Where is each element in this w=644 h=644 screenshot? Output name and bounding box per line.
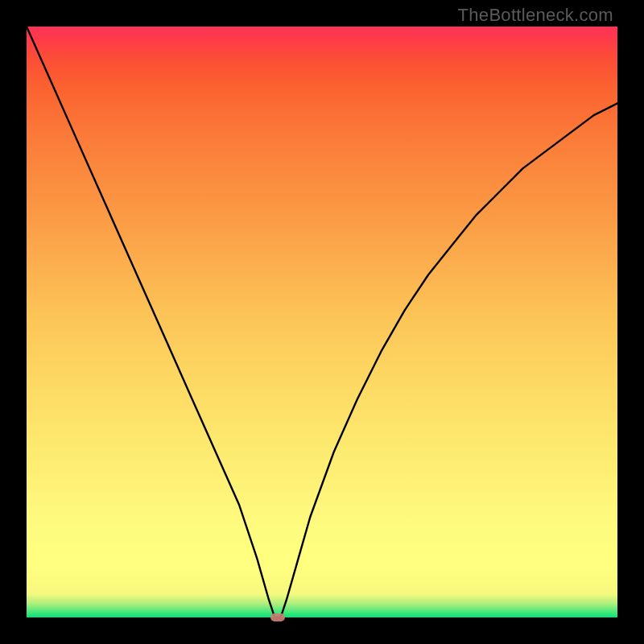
marker-dot bbox=[270, 613, 285, 621]
plot-area bbox=[27, 27, 617, 617]
chart-frame: TheBottleneck.com bbox=[0, 0, 644, 644]
watermark-text: TheBottleneck.com bbox=[458, 5, 613, 26]
bottleneck-curve bbox=[27, 27, 617, 617]
